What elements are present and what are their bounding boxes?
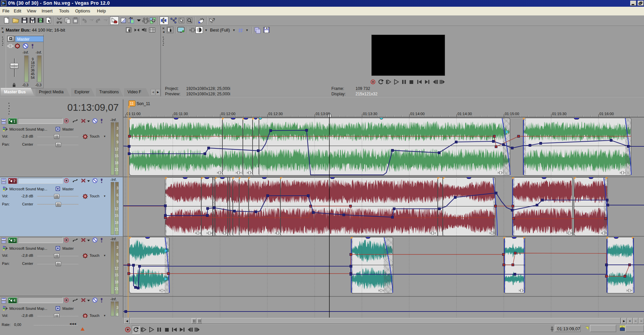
svg-text:?: ?	[213, 17, 215, 22]
svg-text:?: ?	[32, 20, 34, 23]
